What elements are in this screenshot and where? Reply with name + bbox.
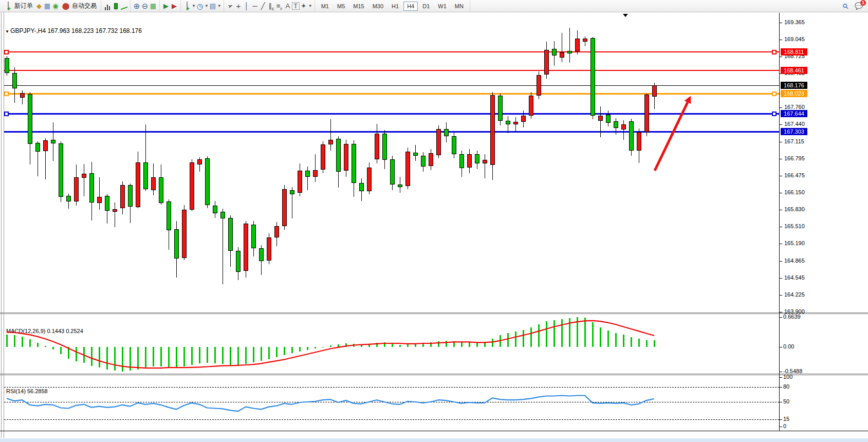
rsi-line	[7, 396, 654, 412]
window-bottom-strip	[0, 438, 868, 442]
macd-signal-line	[7, 321, 654, 368]
annotation-arrow-shaft[interactable]	[655, 102, 688, 171]
chart-window[interactable]: ▼ GBPJPY-,H4 167.963 168.223 167.732 168…	[0, 12, 868, 442]
mt4-window: 新订单 ◆ ▦ ◉ ⬤ 自动交易 ⊕ ⊖ ▦ ▶ ▶ ▼ ◷▼ ▤▼	[0, 0, 868, 442]
indicator-lines-overlay	[0, 0, 868, 442]
